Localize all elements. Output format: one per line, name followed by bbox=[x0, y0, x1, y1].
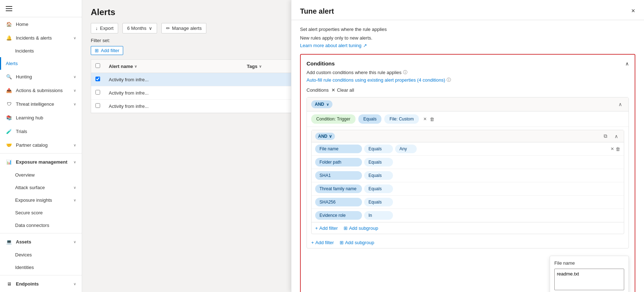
sidebar-item-overview[interactable]: Overview bbox=[0, 169, 82, 181]
sidebar-item-actions-submissions[interactable]: 📤 Actions & submissions ∨ bbox=[0, 83, 82, 97]
filter-field-folderpath[interactable]: Folder path bbox=[315, 158, 362, 166]
inner-group-footer: + Add filter ⊞ Add subgroup bbox=[312, 222, 624, 234]
filter-operator-folderpath[interactable]: Equals bbox=[364, 158, 393, 166]
clear-all-button[interactable]: ✕ Clear all bbox=[331, 87, 354, 93]
home-icon: 🏠 bbox=[6, 21, 12, 27]
exposure-mgmt-icon: 📊 bbox=[6, 159, 12, 165]
inner-add-filter-button[interactable]: + Add filter bbox=[315, 225, 338, 231]
filter-operator-filename[interactable]: Equals bbox=[364, 145, 393, 153]
edit-icon: ✏ bbox=[166, 26, 170, 31]
row-checkbox-cell[interactable] bbox=[91, 73, 104, 86]
autofill-link[interactable]: Auto-fill rule conditions using existing… bbox=[307, 77, 629, 83]
outer-and-group: AND ∨ ∧ Condition: Trigger Equals File: … bbox=[307, 97, 629, 248]
select-all-checkbox[interactable] bbox=[95, 63, 100, 68]
inner-and-badge[interactable]: AND ∨ bbox=[315, 133, 335, 140]
sort-arrow-icon: ∨ bbox=[134, 64, 137, 68]
sidebar-item-threat-intelligence[interactable]: 🛡 Threat intelligence ∨ bbox=[0, 97, 82, 111]
sidebar-item-exposure-insights[interactable]: Exposure insights ∨ bbox=[0, 194, 82, 206]
col-header-alert-name[interactable]: Alert name ∨ bbox=[104, 60, 242, 73]
sidebar-item-incidents-alerts[interactable]: 🔔 Incidents & alerts ∨ bbox=[0, 31, 82, 45]
filter-clear-button[interactable]: ✕ bbox=[611, 146, 614, 151]
sidebar-item-partner-catalog[interactable]: 🤝 Partner catalog ∨ bbox=[0, 138, 82, 152]
sidebar-item-alerts[interactable]: Alerts bbox=[0, 57, 82, 70]
add-filter-button[interactable]: ⊞ Add filter bbox=[91, 46, 123, 55]
inner-and-copy-button[interactable]: ⧉ bbox=[601, 132, 609, 140]
filter-delete-button[interactable]: 🗑 bbox=[616, 146, 620, 152]
sidebar-item-attack-surface[interactable]: Attack surface ∨ bbox=[0, 181, 82, 194]
row-checkbox[interactable] bbox=[95, 90, 100, 95]
partner-catalog-icon: 🤝 bbox=[6, 142, 12, 148]
sidebar-item-trials[interactable]: 🧪 Trials bbox=[0, 124, 82, 138]
row-checkbox[interactable] bbox=[95, 103, 100, 108]
hamburger-menu[interactable] bbox=[6, 6, 12, 11]
conditions-collapse-button[interactable]: ∧ bbox=[625, 61, 629, 67]
sidebar-item-learning-hub[interactable]: 📚 Learning hub bbox=[0, 111, 82, 124]
sidebar-item-endpoints[interactable]: 🖥 Endpoints ∨ bbox=[0, 277, 82, 291]
sidebar-item-exposure-management[interactable]: 📊 Exposure management ∨ bbox=[0, 155, 82, 169]
sidebar-divider-3 bbox=[0, 275, 82, 275]
row-checkbox-cell[interactable] bbox=[91, 86, 104, 100]
sidebar-divider bbox=[0, 153, 82, 154]
filter-field-sha256[interactable]: SHA256 bbox=[315, 198, 362, 206]
select-all-header[interactable] bbox=[91, 60, 104, 73]
sidebar-item-hunting[interactable]: 🔍 Hunting ∨ bbox=[0, 70, 82, 83]
panel-close-button[interactable]: × bbox=[628, 6, 638, 16]
sidebar-item-assets[interactable]: 💻 Assets ∨ bbox=[0, 235, 82, 248]
plus-icon: + bbox=[315, 225, 318, 231]
sidebar-item-incidents[interactable]: Incidents bbox=[0, 45, 82, 57]
chevron-down-icon: ∨ bbox=[73, 240, 76, 244]
months-dropdown[interactable]: 6 Months ∨ bbox=[122, 23, 157, 33]
chevron-down-icon: ∨ bbox=[73, 102, 76, 106]
sidebar-item-home[interactable]: 🏠 Home bbox=[0, 17, 82, 31]
filter-value-filename[interactable]: Any bbox=[395, 145, 417, 153]
sidebar-item-devices[interactable]: Devices bbox=[0, 248, 82, 261]
outer-add-filter-button[interactable]: + Add filter bbox=[311, 240, 334, 245]
filter-row-sha1: SHA1 Equals bbox=[312, 169, 624, 182]
filter-field-threatfamily[interactable]: Threat family name bbox=[315, 184, 362, 193]
filter-field-filename[interactable]: File name bbox=[315, 145, 362, 153]
file-custom-pill[interactable]: File: Custom bbox=[384, 114, 419, 124]
filter-operator-sha256[interactable]: Equals bbox=[364, 198, 393, 206]
filter-field-sha1[interactable]: SHA1 bbox=[315, 171, 362, 180]
conditions-title: Conditions bbox=[307, 60, 335, 67]
outer-add-subgroup-button[interactable]: ⊞ Add subgroup bbox=[340, 240, 374, 245]
outer-and-badge[interactable]: AND ∨ bbox=[311, 100, 332, 108]
trials-icon: 🧪 bbox=[6, 128, 12, 134]
filter-operator-sha1[interactable]: Equals bbox=[364, 171, 393, 180]
plus-icon: + bbox=[311, 240, 314, 245]
filter-field-evidencerole[interactable]: Evidence role bbox=[315, 211, 362, 220]
actions-icon: 📤 bbox=[6, 87, 12, 93]
chevron-down-icon: ∨ bbox=[73, 282, 76, 286]
equals-pill[interactable]: Equals bbox=[358, 114, 382, 124]
condition-clear-button[interactable]: ✕ bbox=[423, 117, 427, 122]
condition-delete-button[interactable]: 🗑 bbox=[430, 117, 434, 122]
sidebar-item-data-connectors[interactable]: Data connectors bbox=[0, 219, 82, 232]
endpoints-icon: 🖥 bbox=[6, 280, 12, 287]
filter-row-threatfamily: Threat family name Equals bbox=[312, 182, 624, 196]
filter-operator-evidencerole[interactable]: In bbox=[364, 211, 393, 220]
conditions-header: Conditions ∧ bbox=[307, 60, 629, 67]
filename-popup-label: File name bbox=[554, 260, 624, 266]
filter-operator-threatfamily[interactable]: Equals bbox=[364, 184, 393, 193]
manage-alerts-button[interactable]: ✏ Manage alerts bbox=[161, 23, 206, 33]
inner-and-collapse-button[interactable]: ∧ bbox=[612, 133, 620, 140]
sidebar-item-identities[interactable]: Identities bbox=[0, 261, 82, 274]
chevron-down-icon: ∨ bbox=[329, 134, 332, 139]
panel-title: Tune alert bbox=[300, 7, 635, 15]
info-icon-2[interactable]: ⓘ bbox=[447, 77, 451, 83]
chevron-down-icon: ∨ bbox=[73, 75, 76, 79]
sidebar: 🏠 Home 🔔 Incidents & alerts ∨ Incidents … bbox=[0, 0, 82, 292]
inner-add-subgroup-button[interactable]: ⊞ Add subgroup bbox=[344, 225, 378, 231]
learn-more-link[interactable]: Learn more about alert tuning ↗ bbox=[300, 43, 635, 48]
condition-trigger-pill[interactable]: Condition: Trigger bbox=[311, 114, 355, 124]
filename-input[interactable]: readme.txt bbox=[554, 269, 624, 290]
main-area: Alerts ↓ Export 6 Months ∨ ✏ Manage aler… bbox=[82, 0, 644, 292]
and-group-collapse-button[interactable]: ∧ bbox=[616, 101, 624, 108]
export-button[interactable]: ↓ Export bbox=[91, 23, 118, 33]
row-checkbox-cell[interactable] bbox=[91, 100, 104, 113]
filter-icon: ⊞ bbox=[95, 48, 99, 53]
row-checkbox[interactable] bbox=[95, 77, 100, 81]
tune-alert-panel: Tune alert × Set alert properties where … bbox=[291, 0, 644, 292]
info-icon[interactable]: ⓘ bbox=[403, 69, 407, 76]
sidebar-item-secure-score[interactable]: Secure score bbox=[0, 206, 82, 219]
